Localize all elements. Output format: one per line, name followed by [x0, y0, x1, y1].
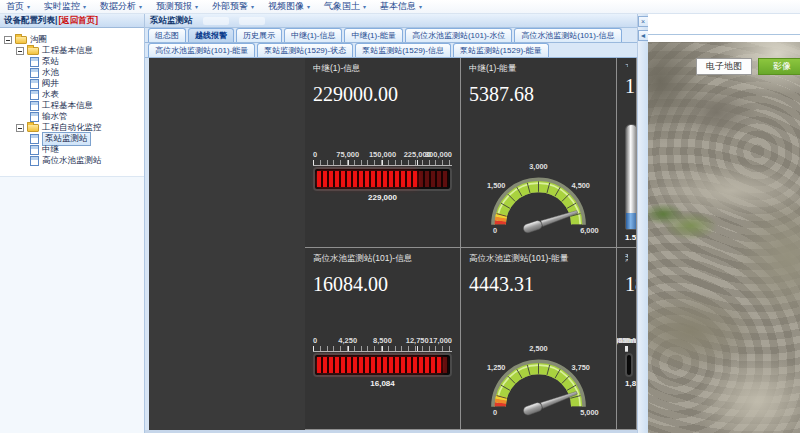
svg-text:1,500: 1,500 — [487, 181, 505, 190]
tab-pump1529-status[interactable]: 泵站监测站(1529)-状态 — [257, 43, 353, 57]
tree-item-project-info[interactable]: 工程基本信息 — [4, 100, 142, 111]
device-tree-sidebar: 设备配置列表| [返回首页] 沟圈 工程基本信息 泵站 水池 阀井 水表 工程基… — [0, 14, 145, 433]
gauge-value-label: 1.58m — [625, 233, 637, 242]
chevron-down-icon: ▾ — [195, 3, 198, 10]
widget-title: 泵站监测站(1529)-状态 — [625, 253, 628, 265]
widget-highres101-info: 高位水池监测站(101)-信息 16084.00 04,2508,50012,7… — [305, 248, 461, 430]
menu-item-home[interactable]: 首页▾ — [6, 0, 30, 13]
form-icon — [30, 156, 39, 166]
widget-value: 1.58 — [625, 75, 628, 98]
chevron-down-icon: ▾ — [363, 3, 366, 10]
tab-highres101-info[interactable]: 高位水池监测站(101)-信息 — [514, 28, 621, 42]
menu-item-basic-info[interactable]: 基本信息▾ — [380, 0, 422, 13]
form-icon — [30, 57, 39, 67]
sidebar-filler — [0, 176, 144, 433]
tab-relay1-energy[interactable]: 中继(1)-能量 — [344, 28, 402, 42]
menu-item-external-alert[interactable]: 外部预警▾ — [212, 0, 254, 13]
tree-item-valve-well[interactable]: 阀井 — [4, 78, 142, 89]
top-menubar: 首页▾ 实时监控▾ 数据分析▾ 预测预报▾ 外部预警▾ 视频图像▾ 气象国土▾ … — [0, 0, 800, 14]
chevron-down-icon: ▾ — [83, 3, 86, 10]
tree-item-reservoir[interactable]: 水池 — [4, 67, 142, 78]
chevron-down-icon: ▾ — [139, 3, 142, 10]
tab-row-1: 组态图 越线报警 历史展示 中继(1)-信息 中继(1)-能量 高位水池监测站(… — [145, 28, 637, 43]
return-home-link[interactable]: [返回首页] — [58, 15, 98, 27]
main-panel: 泵站监测站 组态图 越线报警 历史展示 中继(1)-信息 中继(1)-能量 高位… — [145, 14, 637, 433]
svg-text:0: 0 — [493, 226, 497, 235]
svg-text:5,000: 5,000 — [580, 408, 598, 417]
widget-relay1-energy: 中继(1)-能量 5387.68 — [461, 58, 617, 248]
svg-text:4,500: 4,500 — [572, 181, 590, 190]
menu-item-video[interactable]: 视频图像▾ — [268, 0, 310, 13]
svg-text:3,000: 3,000 — [529, 162, 547, 171]
chevron-down-icon: ▾ — [307, 3, 310, 10]
widget-title: 高位水池监测站(101)-水位 — [625, 63, 628, 67]
widget-title: 中继(1)-信息 — [313, 63, 452, 75]
collapse-expander-icon[interactable] — [4, 36, 12, 44]
radial-gauge: 0 1,250 2,500 3,750 5,000 — [469, 334, 608, 424]
map-header — [648, 14, 800, 42]
form-icon — [30, 90, 39, 100]
tab-configuration-diagram[interactable]: 组态图 — [148, 28, 186, 42]
page-title: 泵站监测站 — [150, 15, 193, 27]
dashboard-grid: 中继(1)-信息 229000.00 075,000150,000225,000… — [145, 58, 637, 430]
form-icon — [30, 145, 39, 155]
tree-item-water-pipe[interactable]: 输水管 — [4, 111, 142, 122]
folder-icon — [27, 47, 39, 55]
widget-title: 高位水池监测站(101)-信息 — [313, 253, 452, 265]
widget-value: 4443.31 — [469, 273, 608, 296]
svg-text:3,750: 3,750 — [572, 363, 590, 372]
collapse-expander-icon[interactable] — [16, 47, 24, 55]
tab-highres101-energy[interactable]: 高位水池监测站(101)-能量 — [148, 43, 255, 57]
widget-value: 1801.61 — [625, 273, 628, 296]
tab-history-display[interactable]: 历史展示 — [236, 28, 282, 42]
form-icon — [30, 79, 39, 89]
close-icon[interactable]: × — [638, 16, 649, 27]
tab-pump1529-info[interactable]: 泵站监测站(1529)-信息 — [355, 43, 451, 57]
folder-icon — [15, 36, 27, 44]
panel-titlebar: 泵站监测站 — [145, 14, 637, 28]
led-bar-gauge: 0mV475mV950mV1,425mV1,900mV 1,801.61mV — [625, 336, 628, 388]
tree-item-project-basic-info[interactable]: 工程基本信息 — [4, 45, 142, 56]
tab-highres101-level[interactable]: 高位水池监测站(101)-水位 — [405, 28, 512, 42]
form-icon — [30, 101, 39, 111]
widget-pump1529-status: 泵站监测站(1529)-状态 1801.61 0mV475mV950mV1,42… — [617, 248, 637, 430]
form-icon — [30, 134, 39, 144]
menu-item-data-analysis[interactable]: 数据分析▾ — [100, 0, 142, 13]
tick-ruler — [625, 346, 628, 352]
menu-item-realtime-monitor[interactable]: 实时监控▾ — [44, 0, 86, 13]
widget-value: 229000.00 — [313, 83, 452, 106]
tree-item-pump-station[interactable]: 泵站 — [4, 56, 142, 67]
svg-text:1,250: 1,250 — [487, 363, 505, 372]
menu-item-weather-land[interactable]: 气象国土▾ — [324, 0, 366, 13]
ghost-button — [203, 17, 229, 25]
collapse-arrow-icon[interactable]: ◄ — [638, 30, 649, 41]
radial-gauge: 0 1,500 3,000 4,500 6,000 — [469, 152, 608, 242]
tree-item-relay[interactable]: 中继 — [4, 144, 142, 155]
map-layer-buttons: 电子地图 影像 — [696, 58, 800, 75]
ghost-button — [239, 17, 265, 25]
tree-item-gouquan[interactable]: 沟圈 — [4, 34, 142, 45]
electronic-map-button[interactable]: 电子地图 — [696, 58, 752, 75]
satellite-map[interactable]: 电子地图 影像 — [648, 42, 800, 433]
imagery-button[interactable]: 影像 — [758, 58, 800, 75]
svg-text:0: 0 — [493, 408, 497, 417]
tree-item-pump-monitor-station[interactable]: 泵站监测站 — [4, 133, 142, 144]
thermometer-gauge: 10m 7.5m 5m 2.5m 1.58m — [625, 124, 628, 242]
tree-item-water-meter[interactable]: 水表 — [4, 89, 142, 100]
chevron-down-icon: ▾ — [251, 3, 254, 10]
widget-title: 中继(1)-能量 — [469, 63, 608, 75]
widget-relay1-info: 中继(1)-信息 229000.00 075,000150,000225,000… — [305, 58, 461, 248]
tab-threshold-alarm[interactable]: 越线报警 — [188, 28, 234, 42]
widget-title: 高位水池监测站(101)-能量 — [469, 253, 608, 265]
tab-relay1-info[interactable]: 中继(1)-信息 — [284, 28, 342, 42]
sidebar-header: 设备配置列表| [返回首页] — [0, 14, 144, 28]
widget-value: 5387.68 — [469, 83, 608, 106]
collapse-expander-icon[interactable] — [16, 124, 24, 132]
application-window: 首页▾ 实时监控▾ 数据分析▾ 预测预报▾ 外部预警▾ 视频图像▾ 气象国土▾ … — [0, 0, 800, 433]
menu-item-forecast[interactable]: 预测预报▾ — [156, 0, 198, 13]
tab-pump1529-energy[interactable]: 泵站监测站(1529)-能量 — [453, 43, 549, 57]
widget-highres101-energy: 高位水池监测站(101)-能量 4443.31 — [461, 248, 617, 430]
tree-item-high-reservoir-station[interactable]: 高位水池监测站 — [4, 155, 142, 166]
panel-splitter[interactable]: × ◄ — [637, 14, 648, 433]
gauge-value-label: 229,000 — [313, 193, 452, 202]
